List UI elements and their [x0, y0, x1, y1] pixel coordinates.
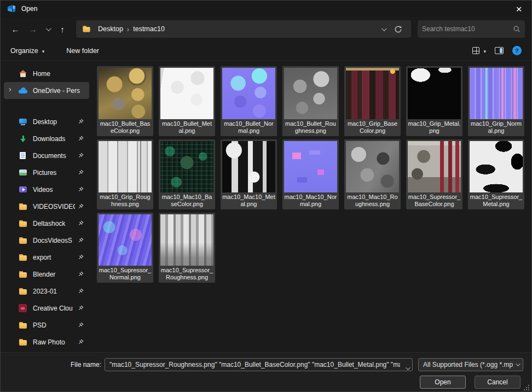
sidebar-item[interactable]: Downloads: [4, 130, 89, 147]
sidebar-item[interactable]: Home: [4, 65, 89, 82]
sidebar-item[interactable]: Documents: [4, 147, 89, 164]
breadcrumb-testmac10[interactable]: testmac10: [131, 25, 167, 33]
sidebar-item[interactable]: Deltashock: [4, 215, 89, 232]
expand-chevron-icon[interactable]: [9, 85, 11, 93]
file-thumbnail: [160, 141, 213, 192]
file-tile[interactable]: mac10_Grip_Normal.png: [468, 66, 524, 136]
close-button[interactable]: [506, 1, 531, 17]
file-tile[interactable]: mac10_Mac10_Normal.png: [282, 139, 339, 209]
folder-icon: [18, 202, 28, 211]
organize-button[interactable]: Organize: [10, 47, 44, 55]
file-tile[interactable]: mac10_Grip_Roughness.png: [97, 139, 153, 209]
file-name-dropdown-chevron-icon[interactable]: [406, 362, 409, 372]
sidebar-item-label: Pictures: [33, 169, 75, 177]
sidebar-item-label: 2023-01: [33, 288, 75, 295]
sidebar-item[interactable]: Videos: [4, 181, 89, 198]
pin-icon: [77, 118, 84, 125]
sidebar-item[interactable]: Raw Photo: [4, 334, 89, 350]
address-bar[interactable]: Desktop › testmac10: [76, 20, 411, 38]
address-dropdown-chevron-icon[interactable]: [376, 27, 390, 31]
change-view-button[interactable]: [472, 47, 486, 55]
file-tile[interactable]: mac10_Bullet_Roughness.png: [282, 66, 339, 136]
up-button[interactable]: [54, 20, 71, 38]
file-thumbnail: [470, 141, 523, 192]
preview-pane-button[interactable]: [495, 47, 504, 54]
file-thumbnail: [408, 141, 461, 192]
creative-cloud-icon: [18, 304, 28, 313]
file-name-label: File name:: [70, 361, 101, 368]
navigation-toolbar: Desktop › testmac10: [1, 17, 531, 41]
dialog-body: Home OneDrive - Pers Desktop: [1, 61, 531, 352]
documents-icon: [18, 151, 28, 160]
file-tile[interactable]: mac10_Bullet_Normal.png: [221, 66, 277, 136]
sidebar-item-label: export: [33, 254, 75, 261]
file-tile[interactable]: mac10_Supressor_BaseColor.png: [406, 139, 462, 209]
file-tile[interactable]: mac10_Supressor_Roughness.png: [159, 213, 215, 283]
file-thumbnail: [284, 141, 337, 192]
sidebar-item[interactable]: VIDEOSVIDEOS: [4, 198, 89, 215]
sidebar-item[interactable]: Blender: [4, 266, 89, 283]
sidebar-item-label: PSD: [33, 321, 75, 329]
file-thumbnail: [99, 214, 152, 266]
file-tile[interactable]: mac10_Mac10_Metal.png: [221, 139, 277, 209]
folder-icon: [18, 270, 28, 279]
file-name-input[interactable]: [105, 358, 413, 371]
file-type-chevron-icon: [516, 361, 520, 366]
file-tile[interactable]: mac10_Mac10_Roughness.png: [344, 139, 401, 209]
file-tile[interactable]: mac10_Mac10_BaseColor.png: [159, 139, 215, 209]
open-button[interactable]: Open: [420, 376, 466, 389]
file-thumbnail: [470, 68, 523, 119]
pictures-icon: [18, 168, 28, 177]
pin-icon: [77, 152, 84, 159]
sidebar-item[interactable]: PSD: [4, 317, 89, 334]
file-tile[interactable]: mac10_Grip_BaseColor.png: [344, 66, 401, 136]
file-thumbnail: [222, 68, 275, 119]
sidebar-item-label: Desktop: [33, 118, 75, 126]
file-tile[interactable]: mac10_Supressor_Normal.png: [97, 213, 153, 283]
search-input[interactable]: [422, 25, 513, 33]
search-box[interactable]: [418, 20, 525, 38]
sidebar-item[interactable]: OneDrive - Pers: [4, 82, 89, 99]
pin-icon: [77, 305, 84, 312]
recent-locations-chevron-icon[interactable]: [42, 20, 53, 38]
forward-button[interactable]: [25, 20, 41, 38]
folder-icon: [18, 338, 28, 347]
onedrive-cloud-icon: [18, 86, 28, 95]
sidebar-item[interactable]: DocsVideosS: [4, 232, 89, 249]
file-name-label: mac10_Mac10_Metal.png: [222, 194, 275, 208]
folder-icon: [82, 25, 91, 33]
back-button[interactable]: [7, 20, 24, 38]
help-icon[interactable]: [512, 46, 522, 55]
file-name-label: mac10_Grip_BaseColor.png: [346, 120, 399, 134]
folder-icon: [18, 287, 28, 296]
file-tile[interactable]: mac10_Grip_Metal.png: [406, 66, 462, 136]
sidebar-item[interactable]: Desktop: [4, 113, 89, 130]
file-thumbnail: [346, 141, 399, 192]
sidebar-item[interactable]: 2023-01: [4, 283, 89, 300]
open-dialog: Open Desktop › testmac10: [0, 0, 532, 392]
pin-icon: [77, 169, 84, 176]
command-bar: Organize New folder: [1, 41, 531, 61]
breadcrumb-desktop[interactable]: Desktop: [96, 25, 125, 33]
file-name-label: mac10_Grip_Normal.png: [470, 120, 523, 134]
file-thumbnail: [99, 141, 152, 192]
file-type-select[interactable]: All Supported Files (*.ogg *.mp: [418, 358, 523, 371]
desktop-icon: [18, 118, 28, 126]
file-name-label: mac10_Supressor_BaseColor.png: [408, 194, 461, 208]
file-name-combo: [105, 358, 413, 371]
file-tile[interactable]: mac10_Supressor_Metal.png: [468, 139, 524, 209]
sidebar-item[interactable]: export: [4, 249, 89, 266]
refresh-icon[interactable]: [390, 25, 406, 33]
file-thumbnail: [408, 68, 461, 119]
sidebar-item[interactable]: Pictures: [4, 164, 89, 181]
new-folder-button[interactable]: New folder: [66, 47, 99, 55]
file-thumbnail: [346, 68, 399, 119]
file-tile[interactable]: mac10_Bullet_Metal.png: [159, 66, 215, 136]
sidebar-item[interactable]: Creative Clou: [4, 300, 89, 317]
sidebar-item-label: Videos: [33, 186, 75, 194]
resize-grip[interactable]: [523, 384, 530, 391]
file-tile[interactable]: mac10_Bullet_BaseColor.png: [97, 66, 153, 136]
view-grid-icon: [472, 47, 479, 54]
cancel-button[interactable]: Cancel: [475, 376, 521, 389]
file-thumbnail: [160, 214, 213, 266]
